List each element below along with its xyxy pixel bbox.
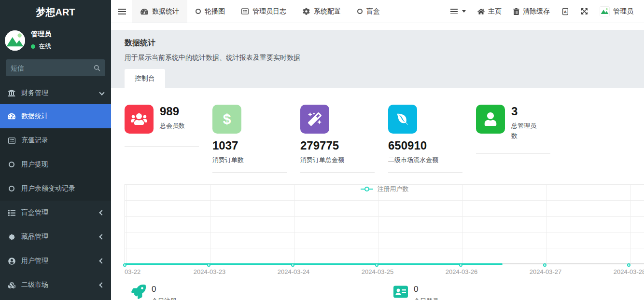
tachometer-icon [7, 112, 16, 120]
today-register-stat: 0 今日注册 [125, 285, 378, 300]
list-alt-icon [7, 137, 16, 144]
registered-users-chart: 注册用户数 03-22 2024-03-23 [125, 184, 644, 280]
x-tick-label: 2024-03-23 [194, 268, 226, 275]
clear-cache-label: 清除缓存 [523, 7, 550, 16]
sidebar-item-secondary-market[interactable]: 二级市场 [0, 273, 111, 297]
user-menu[interactable]: 管理员 [600, 6, 633, 16]
chevron-left-icon [99, 258, 104, 263]
brand-title: 梦想ART [0, 0, 111, 24]
tab-console[interactable]: 控制台 [125, 69, 165, 88]
stat-value: 279775 [300, 139, 375, 152]
sidebar-item-label: 数据统计 [21, 112, 48, 121]
list-icon [450, 9, 458, 14]
x-tick-label: 2024-03-27 [530, 268, 562, 275]
home-icon [477, 8, 485, 15]
gear-icon [303, 8, 310, 15]
search-icon[interactable] [94, 65, 100, 71]
stat-card-market-flow: 650910 二级市场流水金额 [388, 98, 462, 173]
clear-cache-button[interactable]: 清除缓存 [513, 7, 550, 16]
chevron-down-icon [99, 90, 104, 95]
stat-label: 二级市场流水金额 [388, 155, 462, 165]
circle-icon [7, 186, 16, 191]
username-label: 管理员 [613, 7, 633, 16]
tab-data-stats[interactable]: 数据统计 [132, 0, 187, 23]
content: 数据统计 用于展示当前系统中的统计数据、统计报表及重要实时数据 控制台 989 [111, 23, 644, 300]
tab-carousel[interactable]: 轮播图 [187, 0, 233, 23]
chart-legend[interactable]: 注册用户数 [361, 185, 409, 193]
user-icon [476, 105, 505, 134]
circle-icon [357, 9, 363, 14]
users-icon [125, 105, 154, 134]
sidebar-item-label: 用户管理 [21, 257, 48, 265]
language-button[interactable]: A [561, 8, 569, 15]
sidebar-item-label: 用户提现 [21, 160, 48, 169]
tachometer-icon [140, 8, 148, 15]
certificate-icon [7, 233, 16, 241]
dashboard-body: 989 总会员数 $ 1037 消费订单数 279775 [111, 88, 644, 300]
x-tick-label: 2024-03-25 [362, 268, 394, 275]
fullscreen-button[interactable] [581, 8, 588, 15]
stat-cards-row: 989 总会员数 $ 1037 消费订单数 279775 [125, 98, 644, 173]
home-link[interactable]: 主页 [477, 7, 502, 16]
tab-blindbox[interactable]: 盲盒 [349, 0, 388, 23]
sidebar-item-label: 用户余额变动记录 [21, 184, 75, 193]
tab-system-config[interactable]: 系统配置 [294, 0, 349, 23]
stat-label: 消费订单数 [212, 155, 287, 165]
sidebar-item-user-management[interactable]: 用户管理 [0, 249, 111, 273]
trash-icon [513, 8, 519, 15]
stat-card-consume-orders: $ 1037 消费订单数 [212, 98, 287, 173]
avatar [600, 6, 610, 16]
avatar[interactable] [5, 30, 25, 51]
sidebar-item-recharge-records[interactable]: 充值记录 [0, 128, 111, 152]
hamburger-icon [118, 9, 126, 14]
data-point [123, 263, 126, 267]
stat-value: 650910 [388, 139, 462, 152]
stat-value: 3 [511, 105, 542, 118]
sidebar-item-finance[interactable]: 财务管理 [0, 82, 111, 104]
search-input[interactable] [11, 64, 94, 72]
sidebar-item-label: 盲盒管理 [21, 208, 48, 217]
stat-value: 989 [160, 105, 191, 118]
x-tick-label: 2024-03-28 [614, 268, 644, 275]
stat-card-total-admins: 3 总管理员数 [476, 98, 550, 154]
sidebar-item-user-withdraw[interactable]: 用户提现 [0, 152, 111, 177]
today-login-stat: 0 今日登录 [378, 285, 630, 300]
user-status: 在线 [31, 42, 51, 51]
navbar-right: 主页 清除缓存 A 管理员 [450, 0, 644, 23]
magic-wand-icon [300, 105, 329, 134]
stat-card-consume-amount: 279775 消费订单总金额 [300, 98, 375, 173]
data-point [207, 263, 210, 267]
rocket-icon [131, 285, 146, 299]
sidebar-item-collection-management[interactable]: 藏品管理 [0, 225, 111, 249]
tab-row: 控制台 [125, 69, 630, 88]
sidebar-item-balance-change-records[interactable]: 用户余额变动记录 [0, 177, 111, 201]
today-login-label: 今日登录 [414, 297, 439, 300]
page-title: 数据统计 [125, 38, 630, 48]
today-login-value: 0 [414, 285, 439, 294]
sidebar-toggle-button[interactable] [111, 0, 132, 23]
status-label: 在线 [39, 42, 51, 51]
data-point [291, 263, 294, 267]
finance-submenu: 数据统计 充值记录 用户提现 用户余额变动记录 [0, 104, 111, 201]
leaf-icon [388, 105, 417, 134]
user-panel: 管理员 在线 [0, 24, 111, 55]
sidebar-item-label: 充值记录 [21, 136, 48, 145]
tab-label: 盲盒 [366, 7, 380, 16]
sidebar-item-data-stats[interactable]: 数据统计 [0, 104, 111, 128]
expand-arrows-icon [581, 8, 588, 15]
main-area: 数据统计 轮播图 管理员日志 系统配置 盲盒 [111, 0, 644, 300]
tab-label: 系统配置 [314, 7, 341, 16]
user-circle-icon [7, 258, 16, 265]
data-point [543, 263, 546, 267]
sidebar: 梦想ART 管理员 在线 财 [0, 0, 111, 300]
translate-file-icon: A [561, 8, 569, 15]
dollar-icon: $ [212, 105, 241, 134]
online-status-icon [31, 44, 35, 49]
chevron-left-icon [99, 282, 104, 287]
x-tick-label: 2024-03-26 [446, 268, 478, 275]
tab-admin-log[interactable]: 管理员日志 [233, 0, 294, 23]
content-header: 数据统计 用于展示当前系统中的统计数据、统计报表及重要实时数据 控制台 [111, 30, 644, 88]
sidebar-item-blindbox-management[interactable]: 盲盒管理 [0, 201, 111, 225]
x-tick-label: 03-22 [125, 268, 140, 275]
menu-dropdown-button[interactable] [450, 9, 466, 14]
